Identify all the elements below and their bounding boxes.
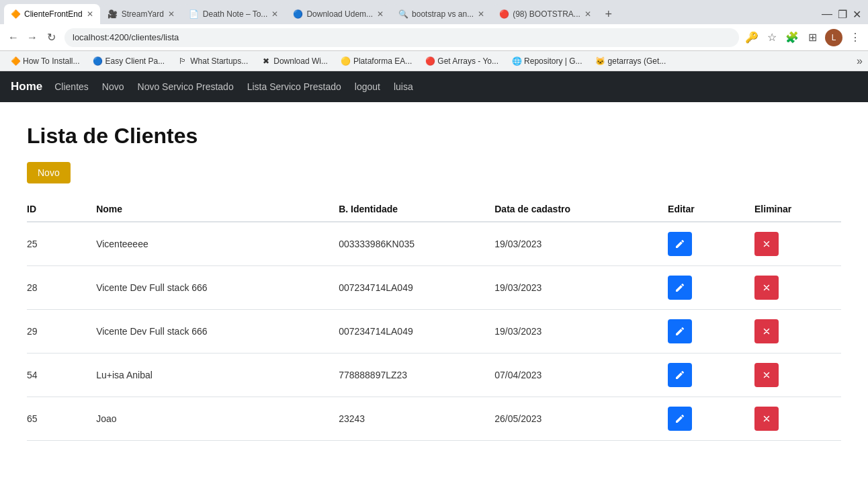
tab-close-3[interactable]: ✕ bbox=[271, 9, 278, 19]
table-body: 25 Vicenteeeee 003333986KN035 19/03/2023 bbox=[27, 222, 841, 441]
col-header-bidentidade: B. Identidade bbox=[339, 197, 494, 222]
edit-button-3[interactable] bbox=[668, 363, 692, 387]
edit-button-1[interactable] bbox=[668, 276, 692, 300]
nav-link-lista-servico[interactable]: Lista Servico Prestado bbox=[246, 79, 343, 95]
forward-button[interactable]: → bbox=[24, 30, 40, 46]
new-tab-button[interactable]: + bbox=[599, 5, 618, 24]
delete-button-3[interactable] bbox=[754, 363, 779, 387]
cell-del-1 bbox=[754, 266, 841, 310]
tab-icon-6: 🔴 bbox=[499, 9, 509, 19]
cell-edit-2 bbox=[668, 310, 754, 354]
novo-button[interactable]: Novo bbox=[27, 162, 71, 183]
table-header-row: ID Nome B. Identidade Data de cadastro E… bbox=[27, 197, 841, 222]
tab-download[interactable]: 🔵 Download Udem... ✕ bbox=[286, 4, 390, 24]
key-icon[interactable]: 🔑 bbox=[744, 30, 759, 45]
cell-data-1: 19/03/2023 bbox=[494, 266, 668, 310]
cell-id-4: 65 bbox=[27, 397, 96, 441]
cell-edit-1 bbox=[668, 266, 754, 310]
bookmark-icon-6: 🔴 bbox=[425, 56, 435, 66]
bookmark-icon-2: 🔵 bbox=[93, 56, 102, 66]
tab-streamyard[interactable]: 🎥 StreamYard ✕ bbox=[101, 4, 181, 24]
tab-98bootstrap[interactable]: 🔴 (98) BOOTSTRA... ✕ bbox=[492, 4, 598, 24]
cell-nome-4: Joao bbox=[96, 397, 339, 441]
cell-bidentidade-0: 003333986KN035 bbox=[339, 222, 494, 266]
tab-bootstrap[interactable]: 🔍 bootstrap vs an... ✕ bbox=[392, 4, 491, 24]
col-header-editar: Editar bbox=[668, 197, 754, 222]
bookmark-getarrays[interactable]: 🔴 Get Arrays - Yo... bbox=[420, 55, 504, 67]
app-nav: Home Clientes Novo Novo Servico Prestado… bbox=[0, 71, 868, 102]
edit-button-2[interactable] bbox=[668, 319, 692, 343]
bookmark-icon-4: ✖ bbox=[261, 56, 271, 66]
nav-link-novo-servico[interactable]: Novo Servico Prestado bbox=[136, 79, 235, 95]
col-header-data: Data de cadastro bbox=[494, 197, 668, 222]
address-bar: ← → ↻ 🔑 ☆ 🧩 ⊞ L ⋮ bbox=[0, 24, 868, 51]
table-row: 29 Vicente Dev Full stack 666 007234714L… bbox=[27, 310, 841, 354]
bookmarks-bar: 🔶 How To Install... 🔵 Easy Client Pa... … bbox=[0, 51, 868, 71]
close-window-button[interactable]: ✕ bbox=[853, 8, 861, 21]
cell-id-2: 29 bbox=[27, 310, 96, 354]
tab-deathnote[interactable]: 📄 Death Note – To... ✕ bbox=[183, 4, 286, 24]
edit-button-4[interactable] bbox=[668, 407, 692, 431]
cell-bidentidade-2: 007234714LA049 bbox=[339, 310, 494, 354]
bookmark-repository[interactable]: 🌐 Repository | G... bbox=[507, 55, 587, 67]
cell-nome-2: Vicente Dev Full stack 666 bbox=[96, 310, 339, 354]
tab-close-2[interactable]: ✕ bbox=[168, 9, 175, 19]
profile-menu-icon[interactable]: ⊞ bbox=[805, 30, 820, 45]
delete-button-0[interactable] bbox=[754, 232, 779, 256]
edit-button-0[interactable] bbox=[668, 232, 692, 256]
tab-icon-4: 🔵 bbox=[293, 9, 302, 19]
tab-icon-2: 🎥 bbox=[108, 9, 118, 19]
bookmark-whatstartups[interactable]: 🏳 What Startups... bbox=[173, 55, 253, 67]
tab-clientefrontend[interactable]: 🔶 ClienteFrontEnd ✕ bbox=[4, 4, 100, 24]
cell-id-1: 28 bbox=[27, 266, 96, 310]
cell-bidentidade-3: 778888897LZ23 bbox=[339, 354, 494, 397]
bookmark-icon-3: 🏳 bbox=[178, 56, 187, 66]
extensions-icon[interactable]: 🧩 bbox=[785, 30, 799, 45]
tab-close-1[interactable]: ✕ bbox=[87, 9, 93, 19]
window-controls: — ❐ ✕ bbox=[822, 8, 864, 21]
bookmark-star-icon[interactable]: ☆ bbox=[765, 30, 779, 45]
col-header-eliminar: Eliminar bbox=[754, 197, 841, 222]
delete-button-4[interactable] bbox=[754, 407, 779, 431]
maximize-button[interactable]: ❐ bbox=[838, 8, 847, 21]
cell-edit-0 bbox=[668, 222, 754, 266]
main-content: Lista de Clientes Novo ID Nome B. Identi… bbox=[0, 102, 868, 472]
clients-table: ID Nome B. Identidade Data de cadastro E… bbox=[27, 197, 841, 441]
avatar[interactable]: L bbox=[825, 29, 842, 46]
bookmark-downloadwi[interactable]: ✖ Download Wi... bbox=[256, 55, 333, 67]
cell-del-2 bbox=[754, 310, 841, 354]
toolbar-icons: 🔑 ☆ 🧩 ⊞ L ⋮ bbox=[744, 29, 863, 46]
tab-close-6[interactable]: ✕ bbox=[584, 9, 591, 19]
delete-button-1[interactable] bbox=[754, 276, 779, 300]
cell-data-0: 19/03/2023 bbox=[494, 222, 668, 266]
nav-link-user[interactable]: luisa bbox=[392, 79, 415, 95]
cell-del-0 bbox=[754, 222, 841, 266]
bookmark-easyclient[interactable]: 🔵 Easy Client Pa... bbox=[87, 55, 170, 67]
nav-link-novo[interactable]: Novo bbox=[101, 79, 126, 95]
bookmark-icon-5: 🟡 bbox=[341, 56, 351, 66]
cell-data-3: 07/04/2023 bbox=[494, 354, 668, 397]
bookmarks-more-button[interactable]: » bbox=[857, 55, 863, 67]
nav-link-clientes[interactable]: Clientes bbox=[53, 79, 90, 95]
cell-bidentidade-1: 007234714LA049 bbox=[339, 266, 494, 310]
cell-del-4 bbox=[754, 397, 841, 441]
table-row: 65 Joao 23243 26/05/2023 bbox=[27, 397, 841, 441]
bookmark-howtointall[interactable]: 🔶 How To Install... bbox=[5, 55, 85, 67]
refresh-button[interactable]: ↻ bbox=[43, 30, 59, 46]
tab-close-4[interactable]: ✕ bbox=[377, 9, 384, 19]
cell-edit-3 bbox=[668, 354, 754, 397]
nav-brand[interactable]: Home bbox=[11, 80, 42, 93]
nav-link-logout[interactable]: logout bbox=[353, 79, 382, 95]
tab-icon-5: 🔍 bbox=[398, 9, 408, 19]
browser-menu-icon[interactable]: ⋮ bbox=[848, 30, 863, 45]
back-button[interactable]: ← bbox=[5, 30, 21, 46]
bookmark-getarraysgit[interactable]: 🐱 getarrays (Get... bbox=[591, 55, 672, 67]
cell-nome-3: Lu+isa Anibal bbox=[96, 354, 339, 397]
address-input[interactable] bbox=[64, 28, 739, 47]
delete-button-2[interactable] bbox=[754, 319, 779, 343]
cell-bidentidade-4: 23243 bbox=[339, 397, 494, 441]
minimize-button[interactable]: — bbox=[822, 8, 832, 21]
bookmark-plataformaEA[interactable]: 🟡 Plataforma EA... bbox=[336, 55, 417, 67]
table-row: 28 Vicente Dev Full stack 666 007234714L… bbox=[27, 266, 841, 310]
tab-close-5[interactable]: ✕ bbox=[478, 9, 484, 19]
